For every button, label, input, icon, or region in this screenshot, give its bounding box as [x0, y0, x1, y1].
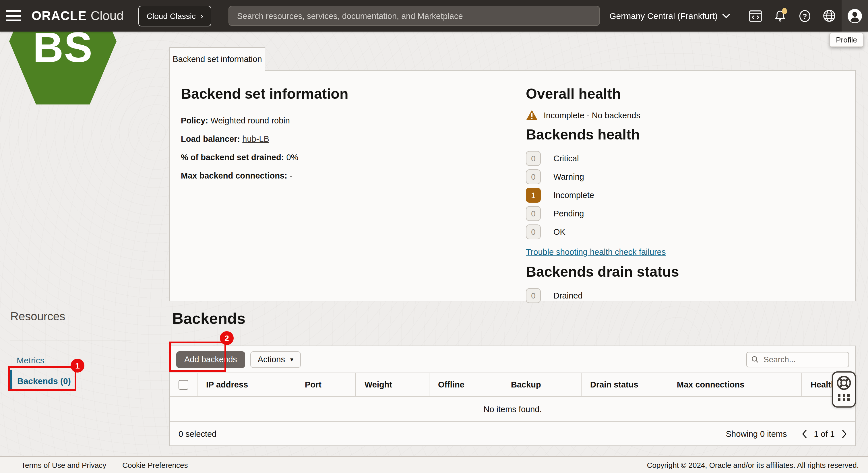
top-navigation-bar: ORACLE Cloud Cloud Classic › Germany Cen… — [0, 0, 868, 32]
support-lifebuoy-icon[interactable] — [836, 375, 852, 391]
region-selector[interactable]: Germany Central (Frankfurt) — [609, 11, 730, 21]
pagination: 1 of 1 — [802, 429, 847, 438]
resources-divider — [10, 340, 131, 340]
table-footer-row: 0 selected Showing 0 items 1 of 1 — [170, 422, 856, 445]
global-search-input[interactable] — [229, 11, 599, 20]
health-row-critical: 0 Critical — [526, 151, 847, 166]
drained-count-badge: 0 — [526, 288, 541, 303]
incomplete-count-badge: 1 — [526, 188, 541, 202]
help-icon[interactable]: ? — [792, 0, 817, 32]
app-grid-icon[interactable] — [838, 394, 850, 401]
backends-section-title: Backends — [172, 310, 245, 328]
ok-count-badge: 0 — [526, 224, 541, 240]
column-header-offline: Offline — [429, 373, 502, 396]
health-row-pending: 0 Pending — [526, 206, 847, 221]
page-footer: Terms of Use and Privacy Cookie Preferen… — [0, 456, 868, 473]
caret-down-icon: ▾ — [290, 356, 293, 363]
support-widget — [832, 371, 856, 408]
region-label: Germany Central (Frankfurt) — [609, 11, 718, 21]
profile-tooltip: Profile — [830, 33, 863, 47]
warning-triangle-icon — [526, 109, 538, 121]
chevron-down-icon — [722, 13, 730, 19]
table-search-input[interactable] — [763, 354, 844, 365]
health-row-ok: 0 OK — [526, 224, 847, 240]
resources-title: Resources — [10, 310, 65, 323]
cookie-preferences-link[interactable]: Cookie Preferences — [122, 461, 188, 469]
oracle-cloud-logo: ORACLE Cloud — [32, 8, 124, 23]
field-policy: Policy: Weighted round robin — [181, 116, 502, 125]
table-search-box — [746, 352, 849, 367]
pending-count-badge: 0 — [526, 206, 541, 221]
active-item-indicator — [10, 370, 12, 390]
health-column: Overall health Incomplete - No backends … — [526, 86, 847, 307]
overall-health-title: Overall health — [526, 86, 847, 102]
backend-set-info-title: Backend set information — [181, 86, 502, 102]
backend-set-panel: Backend set information Policy: Weighted… — [169, 70, 856, 302]
sidebar-item-backends[interactable]: Backends (0) — [17, 376, 71, 386]
overall-health-text: Incomplete - No backends — [544, 111, 640, 120]
health-row-warning: 0 Warning — [526, 169, 847, 184]
global-search-bar — [228, 6, 600, 26]
column-header-ip-address: IP address — [197, 373, 296, 396]
field-max-connections: Max backend connections: - — [181, 171, 502, 180]
notification-badge-dot — [782, 8, 787, 14]
cloud-classic-label: Cloud Classic — [147, 11, 196, 20]
table-empty-message: No items found. — [170, 397, 856, 422]
annotation-step-1: 1 — [71, 359, 84, 373]
column-header-max-connections: Max connections — [668, 373, 801, 396]
backends-toolbar: Add backends Actions ▾ — [170, 346, 856, 373]
column-header-drain-status: Drain status — [581, 373, 668, 396]
drain-row-drained: 0 Drained — [526, 288, 847, 303]
health-row-incomplete: 1 Incomplete — [526, 188, 847, 202]
chevron-right-icon: › — [200, 11, 203, 20]
svg-text:?: ? — [803, 12, 807, 20]
selected-count: 0 selected — [179, 429, 216, 438]
page-previous-icon[interactable] — [802, 429, 807, 438]
developer-console-icon[interactable] — [743, 0, 768, 32]
profile-avatar-icon[interactable] — [842, 0, 868, 32]
logo-oracle: ORACLE — [32, 8, 87, 23]
overall-health-status: Incomplete - No backends — [526, 109, 847, 121]
troubleshooting-link[interactable]: Trouble shooting health check failures — [526, 247, 665, 257]
column-header-backup: Backup — [502, 373, 581, 396]
language-globe-icon[interactable] — [817, 0, 842, 32]
backends-table-card: Add backends Actions ▾ IP address Port W… — [169, 346, 856, 446]
select-all-cell — [170, 373, 197, 396]
field-load-balancer: Load balancer: hub-LB — [181, 134, 502, 144]
header-icons: ? — [743, 0, 868, 32]
sidebar-item-metrics[interactable]: Metrics — [17, 355, 44, 365]
showing-items-text: Showing 0 items — [726, 429, 787, 438]
backends-health-title: Backends health — [526, 126, 847, 143]
tab-backend-set-information[interactable]: Backend set information — [169, 47, 265, 71]
copyright-text: Copyright © 2024, Oracle and/or its affi… — [647, 461, 859, 469]
select-all-checkbox[interactable] — [179, 380, 188, 389]
cloud-classic-button[interactable]: Cloud Classic › — [138, 5, 211, 26]
column-header-weight: Weight — [355, 373, 429, 396]
page-indicator: 1 of 1 — [814, 429, 835, 438]
column-header-port: Port — [296, 373, 355, 396]
critical-count-badge: 0 — [526, 151, 541, 166]
logo-cloud: Cloud — [91, 8, 124, 23]
backends-drain-title: Backends drain status — [526, 263, 847, 280]
add-backends-button[interactable]: Add backends — [176, 351, 245, 368]
terms-link[interactable]: Terms of Use and Privacy — [21, 461, 106, 469]
warning-count-badge: 0 — [526, 169, 541, 184]
page-next-icon[interactable] — [842, 429, 847, 438]
load-balancer-link[interactable]: hub-LB — [242, 134, 269, 144]
notifications-bell-icon[interactable] — [768, 0, 792, 32]
search-icon — [751, 355, 758, 364]
page: BS ORACLE Cloud Cloud Classic › Germany … — [0, 0, 868, 473]
backend-set-info-column: Backend set information Policy: Weighted… — [181, 86, 502, 189]
annotation-step-2: 2 — [220, 331, 234, 345]
table-header-row: IP address Port Weight Offline Backup Dr… — [170, 373, 856, 397]
field-drained-percent: % of backend set drained: 0% — [181, 153, 502, 162]
backend-set-initials: BS — [9, 26, 117, 69]
hamburger-menu-icon[interactable] — [6, 10, 21, 21]
actions-button[interactable]: Actions ▾ — [250, 351, 301, 368]
